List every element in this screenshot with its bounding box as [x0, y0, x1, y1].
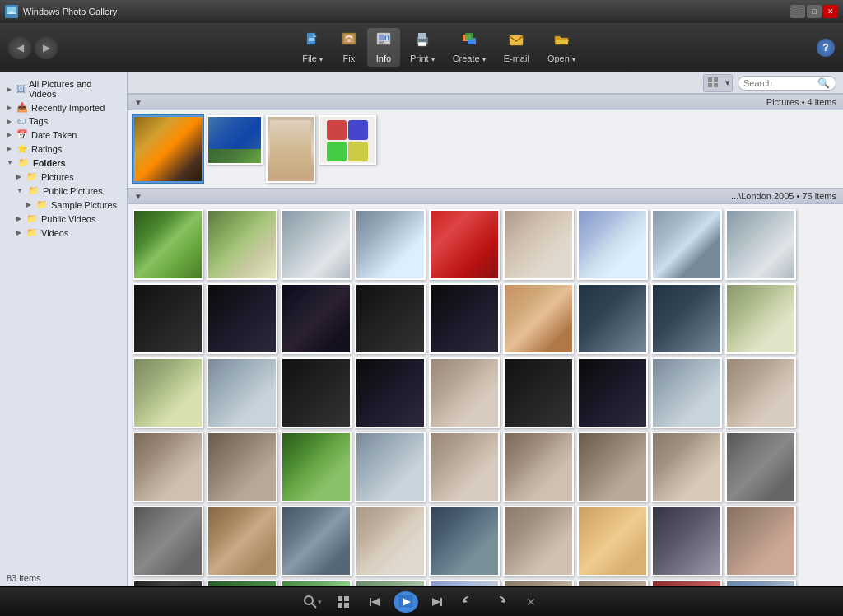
- photo-thumb[interactable]: [577, 580, 648, 586]
- photo-thumb[interactable]: [355, 506, 426, 576]
- photo-thumb[interactable]: [207, 115, 263, 165]
- photo-thumb[interactable]: [355, 283, 426, 354]
- photo-thumb[interactable]: [133, 115, 203, 183]
- section-collapse-icon[interactable]: ▼: [134, 192, 142, 201]
- sidebar-item-date-taken[interactable]: ▶ 📅 Date Taken: [3, 128, 123, 142]
- grid-view-button[interactable]: [331, 591, 356, 613]
- photo-thumb[interactable]: [281, 283, 352, 354]
- sidebar-item-videos[interactable]: ▶ 📁 Videos: [3, 226, 123, 240]
- view-list-button[interactable]: ▾: [722, 76, 732, 90]
- photo-thumb[interactable]: [503, 580, 574, 586]
- photo-thumb[interactable]: [725, 209, 796, 280]
- search-input[interactable]: [743, 78, 817, 88]
- photo-thumb[interactable]: [725, 357, 796, 428]
- photo-thumb[interactable]: [503, 283, 574, 354]
- sidebar-item-folders[interactable]: ▼ 📁 Folders: [3, 156, 123, 170]
- sidebar-item-all-pictures[interactable]: ▶ 🖼 All Pictures and Videos: [3, 77, 123, 100]
- rotate-right-button[interactable]: [487, 591, 512, 613]
- toolbar-email[interactable]: E-mail: [496, 28, 538, 67]
- sidebar-item-public-videos[interactable]: ▶ 📁 Public Videos: [3, 212, 123, 226]
- photo-thumb[interactable]: [429, 580, 500, 586]
- photo-thumb[interactable]: [281, 357, 352, 428]
- sidebar-item-sample-pictures[interactable]: ▶ 📁 Sample Pictures: [3, 198, 123, 212]
- photo-thumb[interactable]: [503, 209, 574, 280]
- sidebar-item-ratings[interactable]: ▶ ⭐ Ratings: [3, 142, 123, 156]
- photo-thumb[interactable]: [651, 357, 722, 428]
- slideshow-button[interactable]: [394, 591, 418, 613]
- photo-thumb[interactable]: [207, 357, 277, 428]
- toolbar-fix[interactable]: Fix: [333, 28, 366, 67]
- close-button[interactable]: ✕: [823, 5, 838, 18]
- photo-thumb[interactable]: [133, 506, 203, 576]
- next-button[interactable]: [425, 591, 449, 613]
- sidebar-item-pictures[interactable]: ▶ 📁 Pictures: [3, 170, 123, 184]
- photo-thumb[interactable]: [429, 432, 500, 502]
- photo-thumb[interactable]: [503, 357, 574, 428]
- photo-thumb[interactable]: [281, 580, 352, 586]
- photo-thumb[interactable]: [725, 506, 796, 576]
- view-thumbnails-button[interactable]: [704, 75, 722, 91]
- photo-thumb[interactable]: [577, 506, 648, 576]
- photo-thumb[interactable]: [651, 432, 722, 502]
- photo-thumb[interactable]: [355, 432, 426, 502]
- toolbar-info[interactable]: Info: [367, 28, 400, 67]
- photo-thumb[interactable]: [133, 209, 203, 280]
- photo-thumb[interactable]: [577, 209, 648, 280]
- minimize-button[interactable]: ─: [790, 5, 805, 18]
- photo-thumb[interactable]: [281, 209, 352, 280]
- search-toolbar-button[interactable]: ▾: [300, 591, 324, 613]
- photo-thumb[interactable]: [281, 432, 352, 502]
- photo-thumb[interactable]: [355, 209, 426, 280]
- forward-button[interactable]: ▶: [35, 36, 58, 59]
- photo-thumb[interactable]: [319, 115, 376, 165]
- help-button[interactable]: ?: [817, 39, 835, 57]
- section-header-pictures[interactable]: ▼ Pictures • 4 items: [128, 94, 843, 110]
- photo-thumb[interactable]: [355, 580, 426, 586]
- toolbar-open[interactable]: Open ▾: [539, 28, 584, 67]
- photo-thumb[interactable]: [503, 432, 574, 502]
- photo-thumb[interactable]: [577, 283, 648, 354]
- photo-thumb[interactable]: [133, 580, 203, 586]
- photo-thumb[interactable]: [207, 506, 277, 576]
- content-area[interactable]: ▼ Pictures • 4 items: [128, 94, 843, 586]
- photo-thumb[interactable]: [725, 580, 796, 586]
- photo-thumb[interactable]: [651, 580, 722, 586]
- section-collapse-icon[interactable]: ▼: [134, 98, 142, 107]
- photo-thumb[interactable]: [577, 357, 648, 428]
- photo-thumb[interactable]: [133, 432, 203, 502]
- sidebar-item-recently-imported[interactable]: ▶ 📥 Recently Imported: [3, 100, 123, 114]
- section-header-london[interactable]: ▼ ...\London 2005 • 75 items: [128, 188, 843, 204]
- photo-thumb[interactable]: [429, 506, 500, 576]
- photo-thumb[interactable]: [651, 209, 722, 280]
- back-button[interactable]: ◀: [8, 36, 31, 59]
- photo-thumb[interactable]: [429, 357, 500, 428]
- photo-thumb[interactable]: [133, 283, 203, 354]
- toolbar-print[interactable]: Print ▾: [402, 28, 443, 67]
- photo-thumb[interactable]: [207, 209, 277, 280]
- maximize-button[interactable]: □: [807, 5, 822, 18]
- photo-thumb[interactable]: [725, 283, 796, 354]
- photo-thumb[interactable]: [207, 283, 277, 354]
- photo-thumb[interactable]: [281, 506, 352, 576]
- prev-button[interactable]: [362, 591, 387, 613]
- photo-thumb[interactable]: [266, 115, 315, 183]
- file-icon: [305, 31, 321, 52]
- photo-thumb[interactable]: [429, 283, 500, 354]
- toolbar-file[interactable]: File ▾: [294, 28, 331, 67]
- photo-thumb[interactable]: [651, 506, 722, 576]
- photo-thumb[interactable]: [503, 506, 574, 576]
- photo-thumb[interactable]: [577, 432, 648, 502]
- photo-thumb[interactable]: [429, 209, 500, 280]
- rotate-left-button[interactable]: [456, 591, 481, 613]
- delete-button[interactable]: ✕: [519, 591, 543, 613]
- toolbar-create[interactable]: Create ▾: [445, 28, 494, 67]
- photo-thumb[interactable]: [651, 283, 722, 354]
- photo-thumb[interactable]: [725, 432, 796, 502]
- sidebar-item-public-pictures[interactable]: ▼ 📁 Public Pictures: [3, 184, 123, 198]
- photo-thumb[interactable]: [207, 580, 277, 586]
- search-icon[interactable]: 🔍: [817, 77, 830, 89]
- sidebar-item-tags[interactable]: ▶ 🏷 Tags: [3, 114, 123, 128]
- photo-thumb[interactable]: [133, 357, 203, 428]
- photo-thumb[interactable]: [207, 432, 277, 502]
- photo-thumb[interactable]: [355, 357, 426, 428]
